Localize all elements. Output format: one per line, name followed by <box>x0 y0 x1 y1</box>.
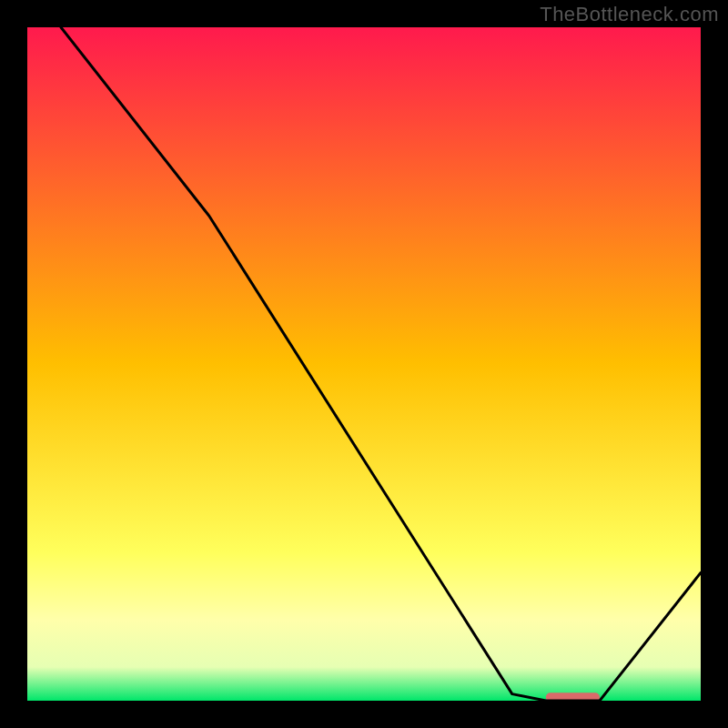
chart-container: TheBottleneck.com <box>0 0 728 728</box>
chart-svg <box>27 27 701 701</box>
gradient-background <box>27 27 701 701</box>
plot-area <box>27 27 701 701</box>
watermark-text: TheBottleneck.com <box>540 3 719 26</box>
